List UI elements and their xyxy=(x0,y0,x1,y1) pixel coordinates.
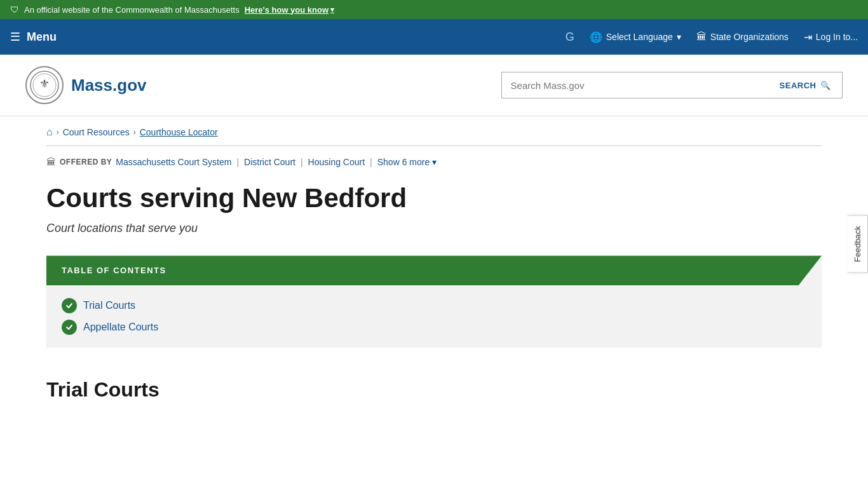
breadcrumb-court-resources[interactable]: Court Resources xyxy=(63,127,130,137)
trial-courts-section-title: Trial Courts xyxy=(46,378,822,402)
svg-text:⚜: ⚜ xyxy=(39,78,50,90)
checkmark-icon xyxy=(65,301,74,310)
official-banner: 🛡 An official website of the Commonwealt… xyxy=(0,0,868,19)
breadcrumb-current: Courthouse Locator xyxy=(140,127,218,137)
breadcrumb-sep-2: › xyxy=(133,128,136,137)
nav-bar: ☰ Menu G 🌐 Select Language ▾ 🏛 State Org… xyxy=(0,19,868,55)
logo-search-bar: ⚜ Mass.gov SEARCH 🔍 xyxy=(0,55,868,116)
feedback-tab[interactable]: Feedback xyxy=(848,215,868,273)
toc-trial-courts-link[interactable]: Trial Courts xyxy=(83,300,135,311)
nav-right: G 🌐 Select Language ▾ 🏛 State Organizati… xyxy=(566,30,858,44)
show-more-label: Show 6 more xyxy=(377,157,430,167)
offered-by-housing-court[interactable]: Housing Court xyxy=(308,157,365,167)
page-title: Courts serving New Bedford xyxy=(46,182,822,214)
offered-by-district-court[interactable]: District Court xyxy=(244,157,295,167)
google-translate-icon: G xyxy=(566,30,574,44)
logo-text: Mass.gov xyxy=(71,76,147,95)
globe-icon: 🌐 xyxy=(590,31,602,43)
main-content: ⌂ › Court Resources › Courthouse Locator… xyxy=(21,116,847,402)
home-icon[interactable]: ⌂ xyxy=(46,126,53,138)
search-area: SEARCH 🔍 xyxy=(501,72,843,98)
select-language-button[interactable]: 🌐 Select Language ▾ xyxy=(590,31,681,43)
breadcrumb-sep-1: › xyxy=(57,128,59,137)
offered-by-sep-3: | xyxy=(370,157,372,167)
offered-by-icon: 🏛 xyxy=(46,156,56,167)
menu-label: Menu xyxy=(27,30,57,44)
state-organizations-label: State Organizations xyxy=(710,32,789,42)
state-organizations-button[interactable]: 🏛 State Organizations xyxy=(696,31,789,43)
checkmark-icon-2 xyxy=(65,323,74,332)
chevron-down-icon: ▾ xyxy=(677,32,681,42)
login-icon: ⇥ xyxy=(804,31,812,43)
select-language-label: Select Language xyxy=(606,32,673,42)
toc-trial-courts-icon xyxy=(62,298,77,313)
toc-item-appellate-courts: Appellate Courts xyxy=(62,320,806,335)
show-more-button[interactable]: Show 6 more ▾ xyxy=(377,157,437,167)
hamburger-icon: ☰ xyxy=(10,30,20,44)
toc-appellate-courts-icon xyxy=(62,320,77,335)
offered-by-sep-2: | xyxy=(301,157,303,167)
offered-by-sep-1: | xyxy=(236,157,239,167)
offered-by-mass-court[interactable]: Massachusetts Court System xyxy=(116,157,231,167)
mass-seal: ⚜ xyxy=(25,66,64,104)
logo[interactable]: ⚜ Mass.gov xyxy=(25,66,147,104)
offered-by-label: OFFERED BY xyxy=(60,158,112,166)
building-icon: 🏛 xyxy=(696,31,707,43)
chevron-down-icon: ▾ xyxy=(330,6,334,14)
toc-item-trial-courts: Trial Courts xyxy=(62,298,806,313)
toc-items: Trial Courts Appellate Courts xyxy=(46,285,822,348)
menu-button[interactable]: ☰ Menu xyxy=(10,30,57,44)
toc-header: TABLE OF CONTENTS xyxy=(46,255,822,285)
heres-how-button[interactable]: Here's how you know ▾ xyxy=(245,5,334,15)
search-icon: 🔍 xyxy=(820,81,831,90)
search-button[interactable]: SEARCH 🔍 xyxy=(768,72,843,98)
seal-svg: ⚜ xyxy=(29,70,60,100)
login-button[interactable]: ⇥ Log In to... xyxy=(804,31,858,43)
search-button-label: SEARCH xyxy=(780,81,817,90)
show-more-chevron-icon: ▾ xyxy=(432,157,437,167)
breadcrumb: ⌂ › Court Resources › Courthouse Locator xyxy=(46,116,822,146)
toc-appellate-courts-link[interactable]: Appellate Courts xyxy=(83,322,158,333)
shield-icon: 🛡 xyxy=(10,4,19,15)
search-input[interactable] xyxy=(501,72,768,98)
offered-by: 🏛 OFFERED BY Massachusetts Court System … xyxy=(46,156,822,167)
banner-text: An official website of the Commonwealth … xyxy=(24,5,240,15)
page-subtitle: Court locations that serve you xyxy=(46,222,822,235)
login-label: Log In to... xyxy=(816,32,858,42)
table-of-contents: TABLE OF CONTENTS Trial Courts xyxy=(46,255,822,348)
